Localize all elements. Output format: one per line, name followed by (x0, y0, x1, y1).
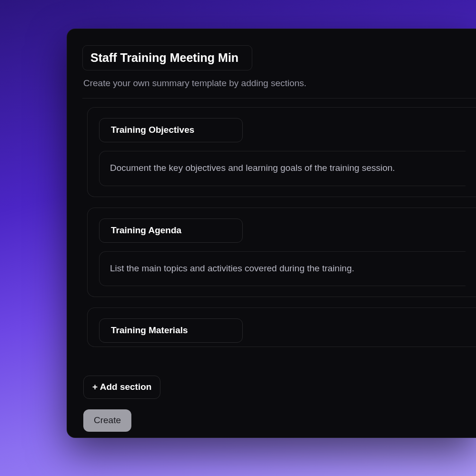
sections-list: Document the key objectives and learning… (82, 107, 476, 374)
section-card: Document the key objectives and learning… (87, 107, 476, 197)
section-card (87, 307, 476, 347)
add-section-button[interactable]: + Add section (83, 376, 160, 399)
section-title-input[interactable] (99, 118, 243, 142)
section-title-input[interactable] (99, 218, 243, 243)
section-description-input[interactable]: Document the key objectives and learning… (99, 151, 466, 186)
divider (82, 98, 476, 99)
section-description-input[interactable]: List the main topics and activities cove… (99, 251, 466, 287)
create-button[interactable]: Create (83, 409, 131, 432)
section-card: List the main topics and activities cove… (87, 208, 476, 298)
template-subtitle: Create your own summary template by addi… (82, 78, 476, 89)
template-editor-panel: Create your own summary template by addi… (67, 29, 476, 438)
footer: + Add section Create (82, 376, 476, 432)
section-title-input[interactable] (99, 318, 243, 343)
template-title-input[interactable] (82, 45, 252, 70)
